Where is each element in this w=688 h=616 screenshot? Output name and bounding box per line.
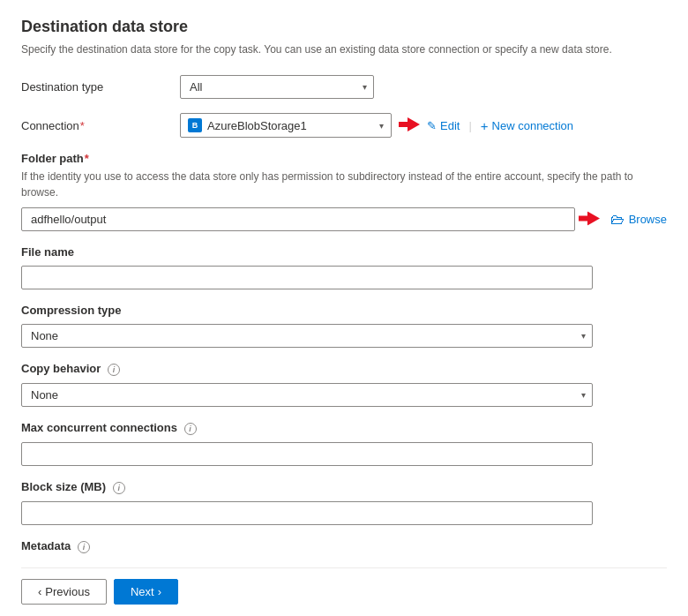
connection-row: Connection* B AzureBlobStorage1 ▾ ✎ Edit: [21, 113, 667, 138]
max-concurrent-group: Max concurrent connections i: [21, 421, 667, 466]
copy-behavior-info-icon: i: [108, 364, 120, 376]
connection-label: Connection*: [21, 119, 180, 132]
edit-button[interactable]: ✎ Edit: [420, 116, 467, 136]
folder-arrow-indicator: [579, 211, 600, 228]
form-content: Destination data store Specify the desti…: [21, 18, 667, 567]
plus-icon: +: [481, 118, 489, 133]
action-separator: |: [468, 119, 471, 132]
browse-button[interactable]: 🗁 Browse: [610, 212, 667, 228]
page-title: Destination data store: [21, 18, 667, 36]
connection-control-group: B AzureBlobStorage1 ▾ ✎ Edit | + N: [180, 113, 667, 138]
folder-path-input[interactable]: [21, 207, 575, 231]
metadata-info-icon: i: [78, 541, 90, 553]
next-button[interactable]: Next ›: [114, 579, 178, 605]
folder-path-section: Folder path* If the identity you use to …: [21, 152, 667, 231]
destination-type-row: Destination type All ▾: [21, 75, 667, 99]
svg-marker-0: [399, 117, 420, 131]
metadata-group: Metadata i: [21, 539, 667, 553]
file-name-input[interactable]: [21, 266, 593, 289]
block-size-info-icon: i: [113, 482, 125, 494]
compression-type-select-wrapper[interactable]: None ▾: [21, 324, 593, 348]
block-size-input[interactable]: [21, 501, 593, 525]
block-size-group: Block size (MB) i: [21, 480, 667, 525]
max-concurrent-input[interactable]: [21, 442, 593, 466]
destination-type-select[interactable]: All: [180, 75, 374, 99]
folder-browse-icon: 🗁: [610, 212, 624, 228]
connection-arrow-indicator: [399, 117, 420, 134]
pencil-icon: ✎: [427, 119, 437, 132]
compression-type-select[interactable]: None: [21, 324, 593, 348]
connection-chevron-icon: ▾: [379, 121, 384, 131]
folder-path-label: Folder path*: [21, 152, 667, 165]
folder-path-description: If the identity you use to access the da…: [21, 169, 667, 200]
copy-behavior-group: Copy behavior i None ▾: [21, 362, 667, 407]
blob-storage-icon: B: [188, 118, 202, 132]
copy-behavior-label: Copy behavior i: [21, 362, 667, 376]
compression-type-group: Compression type None ▾: [21, 304, 667, 348]
connection-value: AzureBlobStorage1: [207, 119, 372, 132]
copy-behavior-select-wrapper[interactable]: None ▾: [21, 383, 593, 407]
page-container: Destination data store Specify the desti…: [0, 0, 688, 616]
folder-input-row: 🗁 Browse: [21, 207, 667, 231]
block-size-label: Block size (MB) i: [21, 480, 667, 494]
destination-type-control-group: All ▾: [180, 75, 667, 99]
next-chevron-icon: ›: [158, 585, 161, 598]
metadata-label: Metadata i: [21, 539, 667, 553]
destination-type-select-wrapper[interactable]: All ▾: [180, 75, 374, 99]
previous-button[interactable]: ‹ Previous: [21, 579, 107, 605]
destination-type-label: Destination type: [21, 80, 180, 94]
page-description: Specify the destination data store for t…: [21, 41, 667, 57]
footer: ‹ Previous Next ›: [21, 567, 667, 605]
folder-input-wrapper: [21, 207, 575, 231]
file-name-group: File name: [21, 245, 667, 289]
previous-chevron-icon: ‹: [38, 585, 41, 598]
compression-type-label: Compression type: [21, 304, 667, 317]
svg-marker-1: [579, 211, 600, 225]
file-name-label: File name: [21, 245, 667, 259]
max-concurrent-info-icon: i: [184, 423, 197, 435]
new-connection-button[interactable]: + New connection: [474, 115, 580, 137]
copy-behavior-select[interactable]: None: [21, 383, 593, 407]
connection-select[interactable]: B AzureBlobStorage1 ▾: [180, 113, 392, 138]
max-concurrent-label: Max concurrent connections i: [21, 421, 667, 435]
